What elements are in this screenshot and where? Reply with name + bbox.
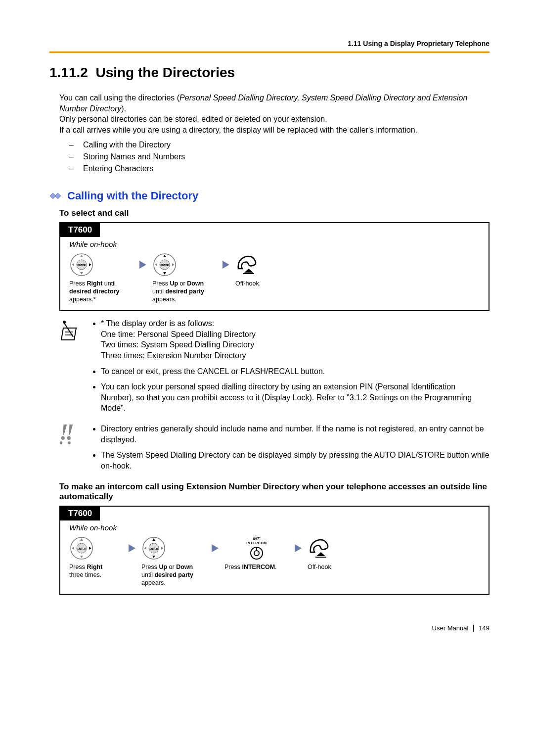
svg-text:ENTER: ENTER (78, 264, 86, 267)
svg-rect-1 (55, 193, 60, 199)
model-tab: T7600 (60, 507, 100, 520)
list-item: Directory entries generally should inclu… (101, 424, 490, 445)
intro-paragraph: You can call using the directories (Pers… (59, 93, 490, 135)
step-caption: Off-hook. (308, 564, 362, 571)
svg-marker-27 (72, 547, 74, 550)
intro-text-end: ). (121, 104, 126, 113)
step-caption: Press Right three times. (69, 564, 123, 579)
footer-separator (473, 625, 474, 632)
step-caption: Press INTERCOM. (224, 564, 289, 571)
intro-text: You can call using the directories ( (59, 94, 179, 102)
arrow-right-icon (129, 544, 135, 552)
svg-marker-9 (139, 261, 146, 269)
svg-marker-37 (212, 544, 219, 552)
arrow-right-icon (212, 544, 219, 552)
svg-marker-33 (152, 538, 155, 541)
navigator-updown-icon: ENTER (152, 252, 177, 277)
arrow-right-icon (295, 544, 302, 552)
navigator-updown-icon: ENTER (141, 536, 166, 561)
footer-manual-label: User Manual (432, 624, 469, 632)
section-title: 1.11.2 Using the Directories (49, 65, 490, 81)
svg-marker-34 (152, 556, 155, 558)
diamond-bullet-icon (49, 191, 63, 200)
svg-text:ENTER: ENTER (150, 547, 158, 550)
svg-marker-8 (89, 263, 91, 266)
svg-marker-7 (72, 263, 74, 266)
list-item: To cancel or exit, press the CANCEL or F… (101, 366, 490, 377)
footer-page-number: 149 (479, 624, 490, 632)
svg-marker-36 (161, 547, 164, 550)
precondition-label: While on-hook (69, 523, 480, 532)
section-name: Using the Directories (95, 65, 235, 80)
note-icon (59, 318, 81, 342)
procedure-heading: To make an intercom call using Extension… (59, 482, 490, 502)
svg-marker-29 (129, 544, 135, 552)
intercom-button-icon (249, 546, 264, 561)
navigator-right-icon: ENTER (69, 252, 94, 277)
step-caption: Off-hook. (235, 280, 290, 288)
procedure-box: T7600 While on-hook ENTER (59, 506, 490, 595)
header-rule (49, 51, 490, 53)
svg-marker-13 (163, 255, 166, 257)
intro-line3: If a call arrives while you are using a … (59, 126, 417, 134)
svg-marker-25 (80, 538, 83, 541)
page-footer: User Manual 149 (49, 624, 490, 632)
alert-icon: !! • • (59, 424, 89, 476)
offhook-icon (308, 537, 334, 559)
svg-text:ENTER: ENTER (161, 264, 169, 267)
note-list: * The display order is as follows: One t… (89, 318, 490, 419)
step-caption: Press Right until desired directory appe… (69, 280, 134, 303)
arrow-right-icon (222, 261, 229, 269)
navigator-right-icon: ENTER (69, 536, 94, 561)
intercom-label-top: INT' (253, 536, 261, 541)
offhook-icon (235, 254, 262, 276)
procedure-box: T7600 While on-hook ENTER (59, 222, 490, 311)
list-item: Storing Names and Numbers (69, 151, 490, 163)
alert-list: Directory entries generally should inclu… (89, 424, 490, 476)
svg-marker-5 (80, 255, 83, 257)
list-item: The System Speed Dialling Directory can … (101, 450, 490, 471)
list-item: Calling with the Directory (69, 139, 490, 151)
list-item: You can lock your personal speed diallin… (101, 381, 490, 414)
step-caption: Press Up or Down until desired party app… (141, 564, 206, 587)
step-caption: Press Up or Down until desired party app… (152, 280, 217, 303)
intro-line2: Only personal directories can be stored,… (59, 115, 327, 123)
svg-marker-26 (80, 556, 83, 558)
arrow-right-icon (139, 261, 146, 269)
subtopic-list: Calling with the Directory Storing Names… (49, 139, 490, 175)
svg-marker-16 (172, 263, 175, 266)
svg-marker-15 (155, 263, 157, 266)
svg-marker-28 (89, 547, 91, 550)
list-item: Entering Characters (69, 163, 490, 175)
precondition-label: While on-hook (69, 240, 480, 248)
svg-point-39 (254, 551, 259, 556)
svg-text:ENTER: ENTER (78, 547, 86, 550)
running-header: 1.11 Using a Display Proprietary Telepho… (49, 40, 490, 47)
section-number: 1.11.2 (49, 65, 88, 80)
svg-marker-17 (222, 261, 229, 269)
intercom-label: INTERCOM (246, 541, 267, 546)
svg-marker-41 (295, 544, 302, 552)
svg-marker-6 (80, 272, 83, 275)
svg-marker-35 (144, 547, 146, 550)
svg-marker-14 (163, 272, 166, 275)
procedure-heading: To select and call (59, 208, 490, 218)
subsection-heading: Calling with the Directory (67, 189, 198, 202)
list-item: * The display order is as follows: One t… (101, 318, 490, 361)
model-tab: T7600 (60, 223, 100, 237)
